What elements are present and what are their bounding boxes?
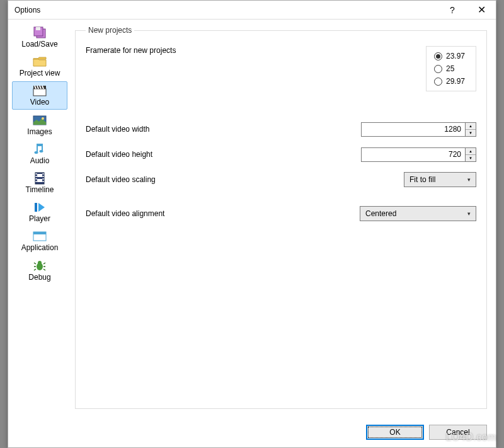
height-label: Default video height [86,150,361,159]
sidebar-item-video[interactable]: Video [12,81,67,109]
svg-rect-19 [43,178,44,180]
chevron-down-icon: ▾ [465,210,473,217]
sidebar-item-debug[interactable]: Debug [12,256,67,284]
radio-label: 29.97 [446,77,465,86]
framerate-option-29-97[interactable]: 29.97 [434,77,468,86]
help-icon: ? [450,5,455,15]
svg-rect-20 [43,181,44,182]
help-button[interactable]: ? [438,1,467,19]
window-icon [32,230,47,243]
svg-rect-12 [37,179,42,182]
sidebar-item-label: Debug [28,273,50,282]
width-label: Default video width [86,125,361,134]
titlebar: Options ? ✕ [8,1,496,20]
sidebar-item-load-save[interactable]: Load/Save [12,23,67,51]
sidebar-item-timeline[interactable]: Timeline [12,169,67,197]
sidebar-item-label: Project view [20,69,60,78]
scaling-value: Fit to fill [410,175,465,184]
height-spinner: ▲ ▼ [361,147,476,162]
sidebar-item-audio[interactable]: Audio [12,140,67,168]
alignment-label: Default video alignment [86,209,360,218]
svg-rect-13 [36,173,37,175]
svg-rect-3 [36,27,40,30]
sidebar: Load/Save Project view [8,20,71,422]
svg-rect-4 [33,89,46,96]
picture-icon [32,114,47,127]
width-down-button[interactable]: ▼ [466,130,476,136]
height-up-button[interactable]: ▲ [466,148,476,155]
alignment-value: Centered [365,209,465,218]
svg-point-7 [42,117,44,120]
radio-label: 23.97 [446,52,465,60]
radio-icon [434,52,442,60]
svg-rect-16 [36,181,37,182]
svg-point-25 [38,261,42,265]
sidebar-item-images[interactable]: Images [12,111,67,139]
height-down-button[interactable]: ▼ [466,155,476,161]
sidebar-item-label: Application [21,244,59,252]
radio-icon [434,65,442,73]
close-button[interactable]: ✕ [467,1,496,19]
framerate-option-23-97[interactable]: 23.97 [434,52,468,60]
svg-rect-15 [36,178,37,180]
filmstrip-icon [32,172,47,185]
svg-rect-11 [37,174,42,177]
sidebar-item-label: Timeline [26,186,54,194]
framerate-radio-group: 23.97 25 29.97 [426,46,476,91]
svg-point-8 [35,151,38,154]
dialog-footer: OK Cancel [8,422,496,447]
sidebar-item-label: Images [27,128,52,136]
folder-icon [32,55,47,68]
svg-rect-14 [36,176,37,177]
scaling-combo[interactable]: Fit to fill ▾ [404,172,476,187]
ok-button[interactable]: OK [366,425,424,440]
clapper-icon [32,84,47,97]
close-icon: ✕ [478,4,486,16]
framerate-option-25[interactable]: 25 [434,64,468,73]
note-icon [32,143,47,156]
width-spinner: ▲ ▼ [361,122,476,137]
floppy-icon [32,26,47,39]
width-input[interactable] [361,122,465,137]
svg-rect-17 [43,173,44,175]
sidebar-item-label: Player [29,215,50,223]
play-icon [32,201,47,214]
content-panel: New projects Framerate for new projects … [71,20,496,422]
group-title: New projects [86,26,134,35]
svg-rect-23 [33,232,46,234]
framerate-label: Framerate for new projects [86,46,426,55]
sidebar-item-label: Video [30,98,49,106]
window-title: Options [14,6,40,14]
options-dialog: Options ? ✕ Load/Save [8,0,496,448]
width-up-button[interactable]: ▲ [466,123,476,130]
sidebar-item-application[interactable]: Application [12,227,67,255]
bug-icon [32,260,47,272]
chevron-down-icon: ▾ [465,176,473,183]
sidebar-item-project-view[interactable]: Project view [12,52,67,80]
svg-point-9 [40,150,43,152]
new-projects-group: New projects Framerate for new projects … [75,26,487,409]
sidebar-item-label: Load/Save [21,40,57,49]
sidebar-item-label: Audio [30,157,50,165]
radio-icon [434,78,442,86]
sidebar-item-player[interactable]: Player [12,198,67,226]
svg-rect-21 [35,203,37,212]
watermark: LO4D.com [446,432,496,443]
scaling-label: Default video scaling [86,175,404,184]
svg-rect-18 [43,176,44,177]
alignment-combo[interactable]: Centered ▾ [360,206,476,221]
height-input[interactable] [361,147,465,162]
radio-label: 25 [446,64,454,73]
